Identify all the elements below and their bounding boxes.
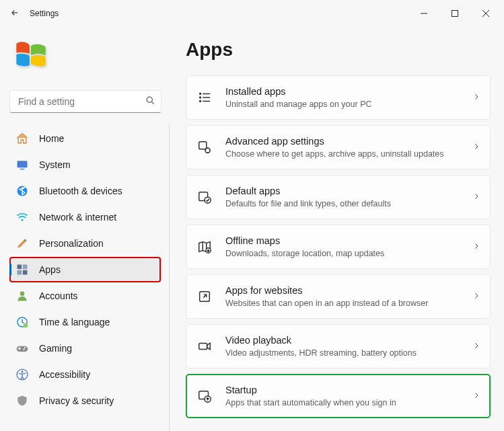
- clock-icon: [15, 315, 30, 329]
- svg-point-1: [147, 97, 152, 102]
- close-button[interactable]: [470, 3, 501, 24]
- sidebar-item-label: Accounts: [39, 290, 78, 301]
- svg-rect-7: [23, 265, 28, 270]
- back-button[interactable]: [3, 8, 27, 19]
- bluetooth-icon: [15, 184, 30, 198]
- card-subtitle: Choose where to get apps, archive apps, …: [225, 149, 472, 159]
- svg-point-12: [24, 323, 28, 328]
- card-video-playback[interactable]: Video playback Video adjustments, HDR st…: [186, 324, 491, 368]
- card-startup[interactable]: Startup Apps that start automatically wh…: [186, 374, 491, 418]
- svg-point-5: [22, 219, 24, 221]
- chevron-right-icon: [472, 291, 480, 302]
- system-icon: [15, 157, 30, 172]
- svg-rect-6: [17, 265, 22, 270]
- sidebar-item-time[interactable]: Time & language: [9, 309, 161, 335]
- svg-point-10: [20, 291, 25, 296]
- sidebar-item-accounts[interactable]: Accounts: [9, 283, 161, 309]
- svg-point-22: [205, 148, 210, 153]
- card-subtitle: Websites that can open in an app instead…: [225, 298, 472, 309]
- sidebar-item-gaming[interactable]: Gaming: [9, 336, 161, 361]
- card-title: Startup: [225, 384, 472, 397]
- svg-point-14: [24, 347, 26, 348]
- external-link-icon: [196, 288, 213, 305]
- card-apps-websites[interactable]: Apps for websites Websites that can open…: [186, 274, 491, 319]
- svg-rect-21: [199, 142, 207, 149]
- sidebar: Home System Bluetooth & devices: [0, 27, 170, 431]
- map-icon: [196, 238, 213, 256]
- svg-rect-2: [17, 161, 28, 167]
- sidebar-item-bluetooth[interactable]: Bluetooth & devices: [9, 178, 161, 204]
- sidebar-item-personalization[interactable]: Personalization: [9, 231, 161, 256]
- card-title: Video playback: [225, 334, 472, 347]
- card-subtitle: Defaults for file and link types, other …: [225, 198, 472, 209]
- card-default-apps[interactable]: Default apps Defaults for file and link …: [186, 175, 491, 219]
- card-title: Offline maps: [225, 235, 472, 247]
- card-title: Default apps: [225, 185, 472, 198]
- sidebar-item-label: Accessibility: [39, 369, 90, 380]
- sidebar-item-accessibility[interactable]: Accessibility: [9, 362, 161, 387]
- chevron-right-icon: [472, 92, 480, 103]
- card-offline-maps[interactable]: Offline maps Downloads, storage location…: [186, 225, 491, 269]
- nav-list: Home System Bluetooth & devices: [9, 124, 170, 431]
- chevron-right-icon: [472, 391, 480, 401]
- svg-rect-27: [199, 343, 207, 349]
- sidebar-item-label: Bluetooth & devices: [39, 186, 122, 196]
- default-apps-icon: [196, 188, 213, 206]
- sidebar-item-home[interactable]: Home: [9, 126, 161, 151]
- apps-icon: [15, 262, 30, 277]
- chevron-right-icon: [472, 192, 480, 202]
- card-subtitle: Video adjustments, HDR streaming, batter…: [225, 348, 472, 358]
- svg-point-20: [200, 101, 201, 102]
- video-icon: [196, 338, 213, 355]
- sidebar-item-label: Gaming: [39, 343, 72, 354]
- search-input[interactable]: [17, 95, 145, 108]
- svg-point-15: [23, 349, 24, 350]
- main-panel: Apps Installed apps Uninstall and manage…: [170, 27, 504, 431]
- card-subtitle: Uninstall and manage apps on your PC: [225, 99, 472, 110]
- card-title: Apps for websites: [225, 284, 472, 297]
- maximize-button[interactable]: [439, 3, 470, 24]
- advanced-settings-icon: [196, 139, 213, 156]
- card-subtitle: Apps that start automatically when you s…: [225, 397, 472, 408]
- svg-rect-8: [17, 270, 22, 275]
- svg-rect-9: [23, 270, 28, 275]
- chevron-right-icon: [472, 142, 480, 153]
- gaming-icon: [15, 341, 30, 356]
- svg-point-19: [200, 97, 201, 98]
- app-logo: [9, 36, 161, 86]
- sidebar-item-privacy[interactable]: Privacy & security: [9, 388, 161, 414]
- titlebar: Settings: [0, 0, 504, 27]
- minimize-button[interactable]: [408, 3, 439, 24]
- svg-point-18: [200, 93, 201, 95]
- accessibility-icon: [15, 367, 30, 382]
- sidebar-item-label: System: [39, 159, 71, 170]
- chevron-right-icon: [472, 341, 480, 352]
- sidebar-item-apps[interactable]: Apps: [9, 257, 161, 282]
- shield-icon: [15, 393, 30, 408]
- card-title: Advanced app settings: [225, 135, 472, 148]
- sidebar-item-label: Personalization: [39, 238, 104, 249]
- sidebar-item-system[interactable]: System: [9, 152, 161, 178]
- card-title: Installed apps: [225, 85, 472, 98]
- sidebar-item-label: Apps: [39, 264, 61, 275]
- account-icon: [15, 288, 30, 303]
- startup-icon: [196, 387, 213, 405]
- card-subtitle: Downloads, storage location, map updates: [225, 248, 472, 259]
- search-box[interactable]: [9, 90, 161, 113]
- window-title: Settings: [30, 9, 59, 18]
- sidebar-item-label: Network & internet: [39, 212, 116, 223]
- card-installed-apps[interactable]: Installed apps Uninstall and manage apps…: [186, 75, 491, 120]
- paint-icon: [15, 236, 30, 251]
- search-icon: [145, 95, 155, 108]
- page-title: Apps: [186, 39, 491, 61]
- chevron-right-icon: [472, 241, 480, 252]
- card-advanced-settings[interactable]: Advanced app settings Choose where to ge…: [186, 125, 491, 169]
- wifi-icon: [15, 210, 30, 225]
- svg-point-17: [22, 370, 24, 373]
- sidebar-item-label: Time & language: [39, 317, 110, 327]
- sidebar-item-label: Home: [39, 133, 64, 144]
- svg-rect-0: [452, 11, 458, 17]
- installed-apps-icon: [196, 89, 213, 106]
- sidebar-item-network[interactable]: Network & internet: [9, 204, 161, 230]
- sidebar-item-label: Privacy & security: [39, 395, 114, 406]
